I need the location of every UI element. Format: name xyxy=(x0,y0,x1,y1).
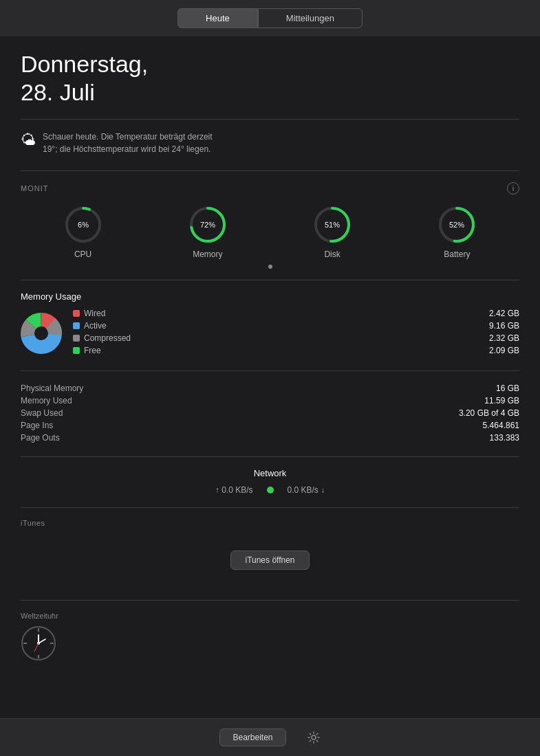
stats-val-1: 11.59 GB xyxy=(484,396,519,405)
legend-color-free xyxy=(73,347,80,354)
divider-4 xyxy=(21,370,519,371)
date-section: Donnerstag, 28. Juli xyxy=(21,50,519,107)
divider-7 xyxy=(21,600,519,601)
network-download: 0.0 KB/s ↓ xyxy=(288,485,325,495)
legend-name-compressed: Compressed xyxy=(84,333,131,343)
stats-row-2: Swap Used 3.20 GB of 4 GB xyxy=(21,407,519,419)
stats-key-1: Memory Used xyxy=(21,396,72,405)
legend-name-free: Free xyxy=(84,346,101,355)
weather-icon: 🌤 xyxy=(21,131,36,149)
divider-6 xyxy=(21,507,519,508)
legend-row-compressed: Compressed 2.32 GB xyxy=(73,333,519,343)
legend-value-wired: 2.42 GB xyxy=(489,309,519,318)
stats-val-3: 5.464.861 xyxy=(483,421,519,430)
legend-value-active: 9.16 GB xyxy=(489,321,519,331)
legend-row-wired: Wired 2.42 GB xyxy=(73,309,519,318)
settings-icon[interactable] xyxy=(307,731,321,744)
legend-row-active: Active 9.16 GB xyxy=(73,321,519,331)
main-content: Donnerstag, 28. Juli 🌤 Schauer heute. Di… xyxy=(0,36,540,731)
legend-color-wired xyxy=(73,310,80,317)
tab-bar: Heute Mitteilungen xyxy=(0,0,540,36)
stats-key-4: Page Outs xyxy=(21,433,60,443)
bottom-bar: Bearbeiten xyxy=(0,718,540,756)
svg-point-15 xyxy=(28,320,55,347)
itunes-body: iTunes öffnen xyxy=(21,533,519,588)
circle-disk-label: Disk xyxy=(324,249,340,259)
memory-legend: Wired 2.42 GB Active 9.16 GB Compressed xyxy=(73,309,519,358)
tab-heute[interactable]: Heute xyxy=(177,8,258,28)
dot-indicator xyxy=(21,265,519,269)
itunes-label: iTunes xyxy=(21,519,519,527)
divider-1 xyxy=(21,119,519,120)
date-title: Donnerstag, 28. Juli xyxy=(21,50,519,107)
circle-battery: 52% Battery xyxy=(436,204,477,259)
legend-color-compressed xyxy=(73,335,80,342)
memory-usage-title: Memory Usage xyxy=(21,291,519,302)
weltzeituhr-label: Weltzeituhr xyxy=(21,612,519,620)
network-status-dot xyxy=(267,487,274,493)
stats-val-4: 133.383 xyxy=(490,433,519,443)
legend-color-active xyxy=(73,322,80,329)
circle-battery-label: Battery xyxy=(444,249,470,259)
dot-active xyxy=(268,265,272,269)
monit-header: MONIT i xyxy=(21,182,519,194)
divider-3 xyxy=(21,280,519,280)
network-row: ↑ 0.0 KB/s 0.0 KB/s ↓ xyxy=(21,485,519,495)
legend-row-free: Free 2.09 GB xyxy=(73,346,519,355)
divider-5 xyxy=(21,456,519,457)
info-icon[interactable]: i xyxy=(507,182,519,194)
circles-row: 6% CPU 72% Memory 51% Disk xyxy=(21,204,519,259)
memory-usage-section: Memory Usage Wired 2. xyxy=(21,291,519,358)
circle-disk: 51% Disk xyxy=(312,204,353,259)
weather-section: 🌤 Schauer heute. Die Temperatur beträgt … xyxy=(21,131,519,155)
stats-val-2: 3.20 GB of 4 GB xyxy=(459,408,519,418)
stats-val-0: 16 GB xyxy=(496,383,519,393)
pie-chart xyxy=(21,313,62,354)
weather-text: Schauer heute. Die Temperatur beträgt de… xyxy=(43,131,228,155)
monit-label: MONIT xyxy=(21,184,48,192)
circle-memory: 72% Memory xyxy=(187,204,228,259)
memory-usage-content: Wired 2.42 GB Active 9.16 GB Compressed xyxy=(21,309,519,358)
svg-point-25 xyxy=(312,735,316,740)
weltzeituhr-section: Weltzeituhr xyxy=(21,612,519,664)
stats-row-0: Physical Memory 16 GB xyxy=(21,382,519,394)
network-upload: ↑ 0.0 KB/s xyxy=(215,485,253,495)
stats-key-3: Page Ins xyxy=(21,421,53,430)
legend-value-free: 2.09 GB xyxy=(489,346,519,355)
legend-value-compressed: 2.32 GB xyxy=(489,333,519,343)
svg-text:6%: 6% xyxy=(78,221,89,229)
bearbeiten-button[interactable]: Bearbeiten xyxy=(219,729,285,746)
svg-text:51%: 51% xyxy=(325,221,340,229)
network-section: Network ↑ 0.0 KB/s 0.0 KB/s ↓ xyxy=(21,468,519,495)
itunes-open-button[interactable]: iTunes öffnen xyxy=(230,551,309,570)
tab-mitteilungen[interactable]: Mitteilungen xyxy=(258,8,363,28)
divider-2 xyxy=(21,170,519,171)
circle-cpu: 6% CPU xyxy=(63,204,104,259)
stats-table: Physical Memory 16 GB Memory Used 11.59 … xyxy=(21,382,519,444)
itunes-section: iTunes iTunes öffnen xyxy=(21,519,519,588)
circle-memory-label: Memory xyxy=(193,249,222,259)
stats-row-1: Memory Used 11.59 GB xyxy=(21,394,519,407)
network-title: Network xyxy=(21,468,519,478)
svg-text:72%: 72% xyxy=(200,221,215,229)
stats-key-0: Physical Memory xyxy=(21,383,83,393)
stats-key-2: Swap Used xyxy=(21,408,63,418)
legend-name-active: Active xyxy=(84,321,107,331)
stats-row-3: Page Ins 5.464.861 xyxy=(21,419,519,432)
svg-text:52%: 52% xyxy=(449,221,464,229)
legend-name-wired: Wired xyxy=(84,309,105,318)
circle-cpu-label: CPU xyxy=(74,249,91,259)
weltzeituhr-clock xyxy=(21,625,56,661)
stats-row-4: Page Outs 133.383 xyxy=(21,432,519,444)
